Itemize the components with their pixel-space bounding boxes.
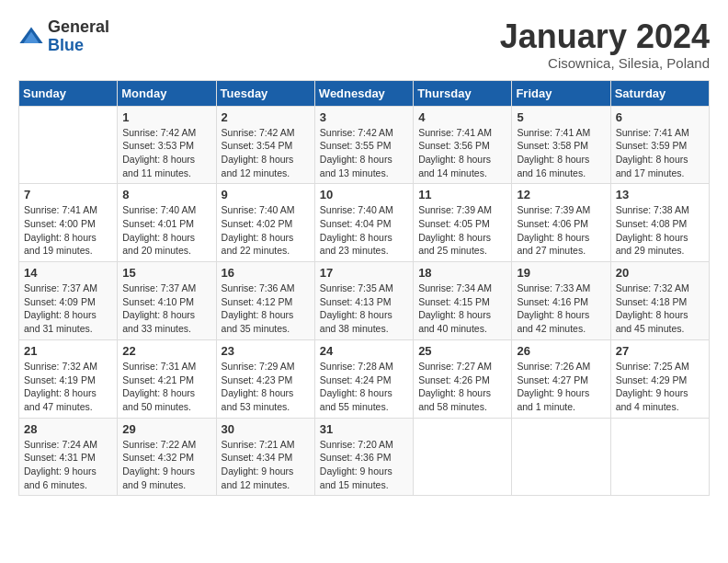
header-day-monday: Monday bbox=[118, 80, 216, 106]
day-cell: 22Sunrise: 7:31 AMSunset: 4:21 PMDayligh… bbox=[118, 339, 216, 418]
day-info: Sunrise: 7:31 AMSunset: 4:21 PMDaylight:… bbox=[122, 360, 210, 414]
day-cell: 2Sunrise: 7:42 AMSunset: 3:54 PMDaylight… bbox=[216, 106, 314, 184]
day-number: 31 bbox=[320, 422, 408, 436]
day-info: Sunrise: 7:41 AMSunset: 3:56 PMDaylight:… bbox=[418, 126, 506, 180]
day-info: Sunrise: 7:20 AMSunset: 4:36 PMDaylight:… bbox=[320, 438, 408, 492]
day-cell: 16Sunrise: 7:36 AMSunset: 4:12 PMDayligh… bbox=[216, 262, 314, 340]
day-info: Sunrise: 7:25 AMSunset: 4:29 PMDaylight:… bbox=[616, 360, 704, 414]
day-cell: 1Sunrise: 7:42 AMSunset: 3:53 PMDaylight… bbox=[118, 106, 216, 184]
day-info: Sunrise: 7:38 AMSunset: 4:08 PMDaylight:… bbox=[616, 203, 704, 258]
day-cell bbox=[414, 418, 512, 496]
week-row-2: 7Sunrise: 7:41 AMSunset: 4:00 PMDaylight… bbox=[19, 184, 710, 262]
logo-general: General bbox=[48, 18, 109, 37]
day-info: Sunrise: 7:34 AMSunset: 4:15 PMDaylight:… bbox=[418, 282, 506, 336]
day-info: Sunrise: 7:42 AMSunset: 3:55 PMDaylight:… bbox=[320, 126, 408, 180]
day-cell: 29Sunrise: 7:22 AMSunset: 4:32 PMDayligh… bbox=[118, 418, 216, 496]
day-cell: 30Sunrise: 7:21 AMSunset: 4:34 PMDayligh… bbox=[216, 418, 314, 496]
week-row-5: 28Sunrise: 7:24 AMSunset: 4:31 PMDayligh… bbox=[19, 418, 710, 496]
header-day-sunday: Sunday bbox=[19, 80, 118, 106]
week-row-3: 14Sunrise: 7:37 AMSunset: 4:09 PMDayligh… bbox=[19, 262, 710, 340]
day-cell: 3Sunrise: 7:42 AMSunset: 3:55 PMDaylight… bbox=[314, 106, 413, 184]
day-info: Sunrise: 7:29 AMSunset: 4:23 PMDaylight:… bbox=[222, 360, 310, 414]
location: Cisownica, Silesia, Poland bbox=[500, 55, 710, 71]
day-cell: 6Sunrise: 7:41 AMSunset: 3:59 PMDaylight… bbox=[610, 106, 709, 184]
day-info: Sunrise: 7:22 AMSunset: 4:32 PMDaylight:… bbox=[122, 438, 210, 492]
day-number: 4 bbox=[418, 110, 506, 124]
header-day-saturday: Saturday bbox=[610, 80, 709, 106]
day-info: Sunrise: 7:42 AMSunset: 3:54 PMDaylight:… bbox=[222, 126, 310, 180]
day-cell: 27Sunrise: 7:25 AMSunset: 4:29 PMDayligh… bbox=[610, 339, 709, 418]
day-cell: 19Sunrise: 7:33 AMSunset: 4:16 PMDayligh… bbox=[512, 262, 610, 340]
day-cell: 26Sunrise: 7:26 AMSunset: 4:27 PMDayligh… bbox=[512, 339, 610, 418]
day-info: Sunrise: 7:41 AMSunset: 3:59 PMDaylight:… bbox=[616, 126, 704, 180]
day-cell: 17Sunrise: 7:35 AMSunset: 4:13 PMDayligh… bbox=[314, 262, 413, 340]
week-row-1: 1Sunrise: 7:42 AMSunset: 3:53 PMDaylight… bbox=[19, 106, 710, 184]
day-number: 2 bbox=[222, 110, 310, 124]
day-cell: 23Sunrise: 7:29 AMSunset: 4:23 PMDayligh… bbox=[216, 339, 314, 418]
header-day-friday: Friday bbox=[512, 80, 610, 106]
day-cell: 13Sunrise: 7:38 AMSunset: 4:08 PMDayligh… bbox=[610, 184, 709, 262]
day-number: 20 bbox=[616, 266, 704, 280]
header-day-thursday: Thursday bbox=[414, 80, 512, 106]
day-number: 12 bbox=[517, 188, 605, 201]
day-number: 21 bbox=[24, 344, 112, 358]
day-cell: 31Sunrise: 7:20 AMSunset: 4:36 PMDayligh… bbox=[314, 418, 413, 496]
day-cell: 8Sunrise: 7:40 AMSunset: 4:01 PMDaylight… bbox=[118, 184, 216, 262]
day-number: 19 bbox=[517, 266, 605, 280]
logo-blue: Blue bbox=[48, 37, 109, 55]
day-cell: 5Sunrise: 7:41 AMSunset: 3:58 PMDaylight… bbox=[512, 106, 610, 184]
day-cell: 21Sunrise: 7:32 AMSunset: 4:19 PMDayligh… bbox=[19, 339, 118, 418]
day-info: Sunrise: 7:36 AMSunset: 4:12 PMDaylight:… bbox=[222, 282, 310, 336]
day-info: Sunrise: 7:32 AMSunset: 4:19 PMDaylight:… bbox=[24, 360, 112, 414]
day-number: 11 bbox=[418, 188, 506, 201]
day-info: Sunrise: 7:32 AMSunset: 4:18 PMDaylight:… bbox=[616, 282, 704, 336]
logo-icon bbox=[18, 24, 44, 50]
day-info: Sunrise: 7:40 AMSunset: 4:01 PMDaylight:… bbox=[122, 203, 210, 258]
day-number: 3 bbox=[320, 110, 408, 124]
day-number: 28 bbox=[24, 422, 112, 436]
logo: General Blue bbox=[18, 18, 109, 55]
day-number: 14 bbox=[24, 266, 112, 280]
day-info: Sunrise: 7:26 AMSunset: 4:27 PMDaylight:… bbox=[517, 360, 605, 414]
day-number: 23 bbox=[222, 344, 310, 358]
day-number: 22 bbox=[122, 344, 210, 358]
day-info: Sunrise: 7:39 AMSunset: 4:05 PMDaylight:… bbox=[418, 203, 506, 258]
header-day-wednesday: Wednesday bbox=[314, 80, 413, 106]
day-number: 15 bbox=[122, 266, 210, 280]
header-day-tuesday: Tuesday bbox=[216, 80, 314, 106]
day-number: 25 bbox=[418, 344, 506, 358]
day-cell: 15Sunrise: 7:37 AMSunset: 4:10 PMDayligh… bbox=[118, 262, 216, 340]
day-number: 26 bbox=[517, 344, 605, 358]
day-info: Sunrise: 7:39 AMSunset: 4:06 PMDaylight:… bbox=[517, 203, 605, 258]
calendar-table: SundayMondayTuesdayWednesdayThursdayFrid… bbox=[18, 80, 710, 497]
day-cell bbox=[19, 106, 118, 184]
day-info: Sunrise: 7:41 AMSunset: 3:58 PMDaylight:… bbox=[517, 126, 605, 180]
month-title: January 2024 bbox=[500, 18, 710, 55]
day-info: Sunrise: 7:37 AMSunset: 4:09 PMDaylight:… bbox=[24, 282, 112, 336]
day-cell: 20Sunrise: 7:32 AMSunset: 4:18 PMDayligh… bbox=[610, 262, 709, 340]
day-info: Sunrise: 7:35 AMSunset: 4:13 PMDaylight:… bbox=[320, 282, 408, 336]
page-header: General Blue January 2024 Cisownica, Sil… bbox=[18, 18, 710, 71]
day-info: Sunrise: 7:24 AMSunset: 4:31 PMDaylight:… bbox=[24, 438, 112, 492]
day-info: Sunrise: 7:42 AMSunset: 3:53 PMDaylight:… bbox=[122, 126, 210, 180]
day-cell: 24Sunrise: 7:28 AMSunset: 4:24 PMDayligh… bbox=[314, 339, 413, 418]
day-cell: 10Sunrise: 7:40 AMSunset: 4:04 PMDayligh… bbox=[314, 184, 413, 262]
day-number: 6 bbox=[616, 110, 704, 124]
day-info: Sunrise: 7:41 AMSunset: 4:00 PMDaylight:… bbox=[24, 203, 112, 258]
day-cell: 28Sunrise: 7:24 AMSunset: 4:31 PMDayligh… bbox=[19, 418, 118, 496]
day-number: 13 bbox=[616, 188, 704, 201]
logo-text: General Blue bbox=[48, 18, 109, 55]
day-cell bbox=[512, 418, 610, 496]
day-number: 24 bbox=[320, 344, 408, 358]
day-cell: 7Sunrise: 7:41 AMSunset: 4:00 PMDaylight… bbox=[19, 184, 118, 262]
day-cell: 4Sunrise: 7:41 AMSunset: 3:56 PMDaylight… bbox=[414, 106, 512, 184]
day-info: Sunrise: 7:37 AMSunset: 4:10 PMDaylight:… bbox=[122, 282, 210, 336]
day-info: Sunrise: 7:28 AMSunset: 4:24 PMDaylight:… bbox=[320, 360, 408, 414]
day-info: Sunrise: 7:21 AMSunset: 4:34 PMDaylight:… bbox=[222, 438, 310, 492]
day-number: 17 bbox=[320, 266, 408, 280]
day-number: 8 bbox=[122, 188, 210, 201]
header-row: SundayMondayTuesdayWednesdayThursdayFrid… bbox=[19, 80, 710, 106]
day-number: 7 bbox=[24, 188, 112, 201]
day-cell: 12Sunrise: 7:39 AMSunset: 4:06 PMDayligh… bbox=[512, 184, 610, 262]
day-info: Sunrise: 7:33 AMSunset: 4:16 PMDaylight:… bbox=[517, 282, 605, 336]
